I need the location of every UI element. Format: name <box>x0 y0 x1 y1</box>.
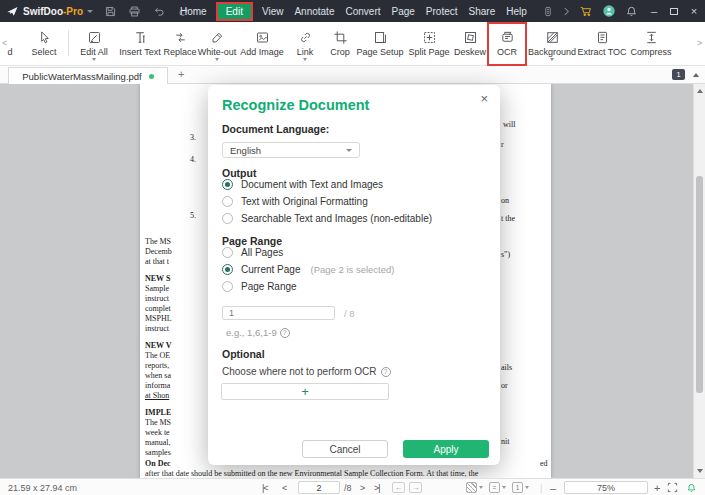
chevron-down-icon[interactable] <box>215 58 219 61</box>
toolbar-item-ocr[interactable]: OCR <box>489 24 525 64</box>
scrollbar-thumb[interactable] <box>696 176 703 393</box>
notification-badge[interactable]: 1 <box>672 69 685 80</box>
chevron-down-icon[interactable] <box>303 58 307 61</box>
document-text-fragment: at that t <box>145 257 169 266</box>
toolbar-item-page-setup[interactable]: Page Setup <box>356 24 404 64</box>
radio-button[interactable] <box>222 281 233 292</box>
toolbar-item-extract-toc[interactable]: Extract TOC <box>577 24 627 64</box>
document-text-fragment: at Shon <box>145 391 169 400</box>
save-button[interactable] <box>104 5 117 18</box>
radio-button[interactable] <box>222 196 233 207</box>
scroll-down-icon[interactable] <box>697 469 703 473</box>
title-bar: SwifDoo-Pro Home Edit View Annotate Conv… <box>0 0 705 22</box>
scroll-up-icon[interactable] <box>697 89 703 93</box>
toolbar-item-select[interactable]: Select <box>22 24 66 64</box>
chevron-down-icon[interactable] <box>525 486 529 489</box>
toolbar-item-crop[interactable]: Crop <box>322 24 358 64</box>
menu-protect[interactable]: Protect <box>426 6 458 17</box>
language-select[interactable]: English <box>222 142 360 158</box>
main-menu: Home Edit View Annotate Convert Page Pro… <box>180 0 527 22</box>
toolbar-item-compress[interactable]: Compress <box>628 24 674 64</box>
chevron-down-icon[interactable] <box>87 10 93 13</box>
menu-share[interactable]: Share <box>469 6 496 17</box>
help-icon[interactable]: ? <box>381 367 391 377</box>
user-avatar-icon[interactable] <box>602 4 616 18</box>
fit-width-icon[interactable]: = <box>489 482 500 493</box>
zoom-out-button[interactable]: – <box>550 479 556 495</box>
current-page-input[interactable] <box>298 481 340 494</box>
document-text-fragment: instruct <box>145 294 169 303</box>
dialog-close-icon[interactable]: × <box>480 91 488 106</box>
chevron-right-icon[interactable] <box>563 7 570 16</box>
toolbar-item-white-out[interactable]: White-out <box>194 24 240 64</box>
radio-button[interactable] <box>222 179 233 190</box>
menu-view[interactable]: View <box>262 6 284 17</box>
panel-toggle-icon[interactable] <box>542 5 554 18</box>
history-back-button[interactable]: ← <box>392 482 405 493</box>
minimize-button[interactable]: – <box>647 5 661 17</box>
close-button[interactable]: × <box>687 5 701 17</box>
add-exclude-region-button[interactable]: + <box>221 383 389 400</box>
chevron-down-icon[interactable] <box>92 58 96 61</box>
previous-page-button[interactable]: < <box>282 479 286 495</box>
radio-all-pages[interactable]: All Pages <box>222 247 283 258</box>
toolbar-item-split-page[interactable]: Split Page <box>406 24 452 64</box>
radio-searchable-text-images[interactable]: Searchable Text and Images (non-editable… <box>222 213 432 224</box>
menu-home[interactable]: Home <box>180 6 207 17</box>
menu-convert[interactable]: Convert <box>345 6 380 17</box>
toolbar-item-hand-truncated[interactable]: d <box>2 24 18 64</box>
radio-page-range[interactable]: Page Range <box>222 281 297 292</box>
chevron-down-icon[interactable] <box>479 486 483 489</box>
toolbar-item-add-image[interactable]: Add Image <box>238 24 286 64</box>
zoom-in-button[interactable]: + <box>654 479 660 495</box>
next-page-button[interactable]: > <box>360 479 364 495</box>
document-tab[interactable]: PublicWaterMassMailing.pdf <box>8 67 168 84</box>
radio-current-page[interactable]: Current Page (Page 2 is selected) <box>222 264 394 275</box>
print-button[interactable] <box>128 5 141 18</box>
radio-button[interactable] <box>222 213 233 224</box>
apply-button[interactable]: Apply <box>403 440 489 458</box>
cancel-button[interactable]: Cancel <box>302 440 388 458</box>
toolbar-item-edit-all[interactable]: Edit All <box>70 24 118 64</box>
fullscreen-icon[interactable] <box>667 482 678 493</box>
toolbar-item-background[interactable]: Background <box>527 24 577 64</box>
toolbar-item-deskew[interactable]: Deskew <box>452 24 488 64</box>
add-tab-button[interactable]: + <box>178 68 184 80</box>
history-forward-button[interactable]: → <box>409 482 422 493</box>
chevron-down-icon[interactable] <box>502 486 506 489</box>
document-tab-label: PublicWaterMassMailing.pdf <box>22 71 142 82</box>
document-text-fragment: instruct <box>145 324 169 333</box>
single-page-view-icon[interactable]: 1 <box>512 482 523 493</box>
collapse-toolbar-icon[interactable] <box>693 73 699 77</box>
document-text-fragment: will <box>503 120 515 129</box>
menu-annotate[interactable]: Annotate <box>294 6 334 17</box>
app-logo[interactable]: SwifDoo-Pro <box>6 5 93 18</box>
notification-pin-icon[interactable] <box>686 482 697 494</box>
radio-text-original-formatting[interactable]: Text with Original Formatting <box>222 196 368 207</box>
zoom-level-display[interactable]: 75% <box>564 481 648 494</box>
toolbar-scroll-right-icon[interactable]: > <box>697 38 702 48</box>
radio-button[interactable] <box>222 247 233 258</box>
menu-help[interactable]: Help <box>506 6 527 17</box>
page-range-input[interactable] <box>222 306 335 320</box>
document-text-fragment: samples <box>145 448 171 457</box>
chevron-down-icon[interactable] <box>550 58 554 61</box>
help-icon[interactable]: ? <box>280 328 290 338</box>
menu-page[interactable]: Page <box>391 6 414 17</box>
document-text-fragment: MSPHL <box>145 314 172 323</box>
radio-button[interactable] <box>222 264 233 275</box>
undo-button[interactable] <box>152 5 166 18</box>
toolbar-item-link[interactable]: Link <box>288 24 322 64</box>
toolbar-separator <box>68 30 69 56</box>
last-page-button[interactable]: >| <box>374 479 380 495</box>
vertical-scrollbar[interactable] <box>693 84 705 478</box>
radio-doc-text-images[interactable]: Document with Text and Images <box>222 179 383 190</box>
bell-icon[interactable] <box>625 5 638 18</box>
maximize-button[interactable] <box>670 8 678 15</box>
cart-icon[interactable] <box>579 5 593 18</box>
menu-edit[interactable]: Edit <box>218 4 251 19</box>
document-text-fragment: reports, <box>145 361 169 370</box>
page-background-mode-icon[interactable] <box>466 482 477 493</box>
extract-toc-icon <box>595 27 610 45</box>
first-page-button[interactable]: |< <box>262 479 268 495</box>
